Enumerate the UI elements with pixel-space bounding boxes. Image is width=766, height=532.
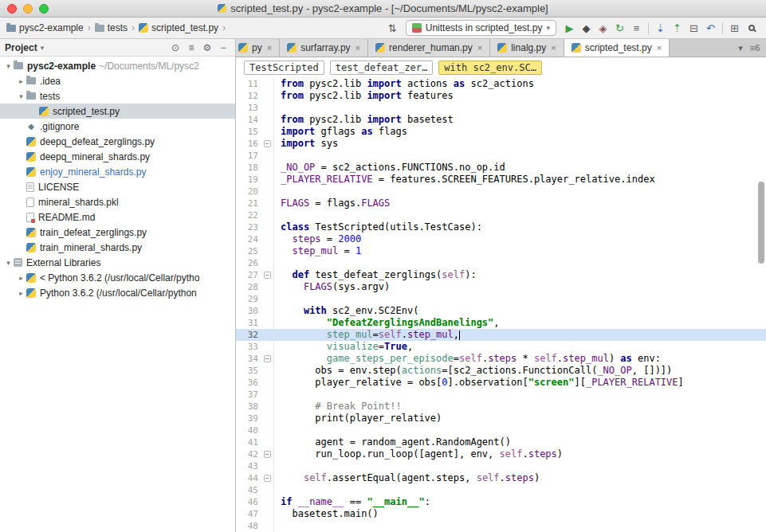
line-number[interactable]: 29: [236, 293, 261, 305]
run-button[interactable]: ▶: [561, 20, 578, 36]
context-chip[interactable]: with sc2_env.SC…: [438, 61, 542, 75]
editor-scrollbar[interactable]: [757, 78, 766, 532]
search-everywhere-button[interactable]: [743, 20, 760, 36]
line-number[interactable]: 14: [236, 114, 261, 126]
debug-button[interactable]: ◆: [578, 20, 595, 36]
close-icon[interactable]: ×: [356, 43, 360, 53]
tree-item[interactable]: train_mineral_shards.py: [0, 240, 235, 255]
tree-item[interactable]: LICENSE: [0, 179, 235, 194]
fold-icon[interactable]: −: [264, 475, 271, 482]
line-number[interactable]: 45: [236, 484, 261, 496]
run-coverage-button[interactable]: ◈: [595, 20, 611, 36]
expand-arrow[interactable]: ▾: [16, 92, 26, 100]
hidden-tabs-button[interactable]: ▾: [734, 40, 747, 56]
breadcrumb-item[interactable]: scripted_test.py: [139, 22, 218, 33]
line-number[interactable]: 39: [236, 413, 261, 424]
tree-item[interactable]: deepq_defeat_zerglings.py: [0, 134, 235, 149]
expand-arrow[interactable]: ▾: [3, 62, 14, 70]
line-number[interactable]: 22: [236, 209, 261, 221]
line-number[interactable]: 11: [236, 78, 261, 90]
line-number[interactable]: 40: [236, 424, 261, 436]
editor-tab[interactable]: scripted_test.py×: [564, 39, 670, 57]
line-number[interactable]: 13: [236, 102, 261, 114]
line-number[interactable]: 38: [236, 401, 261, 413]
breadcrumb-item[interactable]: pysc2-example: [6, 22, 84, 33]
close-icon[interactable]: ×: [551, 43, 556, 53]
line-number[interactable]: 19: [236, 174, 261, 186]
tree-item[interactable]: ▸.idea: [0, 73, 235, 88]
close-window-button[interactable]: [7, 4, 17, 14]
line-number[interactable]: 27: [236, 269, 261, 281]
context-chip[interactable]: TestScripted: [244, 61, 324, 75]
tool-windows-button[interactable]: ⊞: [726, 20, 743, 36]
line-number[interactable]: 21: [236, 198, 261, 209]
fold-icon[interactable]: −: [264, 140, 271, 147]
settings-button[interactable]: ⚙: [200, 41, 214, 55]
line-number[interactable]: 48: [236, 520, 261, 532]
editor-tab[interactable]: py×: [236, 39, 280, 57]
tree-item[interactable]: README.md: [0, 209, 235, 225]
code-editor[interactable]: 11from pysc2.lib import actions as sc2_a…: [236, 78, 766, 532]
line-number[interactable]: 34: [236, 353, 261, 365]
tree-item[interactable]: mineral_shards.pkl: [0, 194, 235, 209]
line-number[interactable]: 42: [236, 448, 261, 460]
line-number[interactable]: 33: [236, 341, 261, 353]
scroll-from-source-button[interactable]: ⊙: [168, 41, 183, 55]
line-number[interactable]: 46: [236, 496, 261, 508]
collapse-all-button[interactable]: ≡: [184, 41, 198, 55]
vcs-push-button[interactable]: ⇡: [669, 20, 685, 36]
tree-item[interactable]: ▸Python 3.6.2 (/usr/local/Cellar/python: [0, 285, 235, 300]
expand-arrow[interactable]: ▸: [16, 274, 26, 282]
run-config-selector[interactable]: Unittests in scripted_test.py ▾: [406, 20, 556, 36]
navigate-icon[interactable]: ⇅: [384, 20, 401, 36]
tabs-list-button[interactable]: ≡6: [748, 40, 761, 56]
line-number[interactable]: 31: [236, 317, 261, 329]
editor-tab[interactable]: renderer_human.py×: [368, 39, 490, 57]
close-icon[interactable]: ×: [267, 43, 272, 53]
revert-button[interactable]: ↶: [702, 20, 719, 36]
line-number[interactable]: 41: [236, 436, 261, 448]
line-number[interactable]: 17: [236, 150, 261, 162]
tree-item[interactable]: enjoy_mineral_shards.py: [0, 164, 235, 179]
line-number[interactable]: 26: [236, 257, 261, 269]
zoom-window-button[interactable]: [39, 4, 49, 14]
line-number[interactable]: 37: [236, 389, 261, 401]
filter-button[interactable]: ≡: [628, 20, 645, 36]
breadcrumb-item[interactable]: tests: [95, 22, 128, 33]
close-icon[interactable]: ×: [477, 43, 482, 53]
tree-item[interactable]: ▸< Python 3.6.2 (/usr/local/Cellar/pytho: [0, 270, 235, 285]
line-number[interactable]: 28: [236, 281, 261, 293]
editor-tab[interactable]: linalg.py×: [490, 39, 564, 57]
project-panel-title[interactable]: Project: [5, 42, 37, 53]
context-chip[interactable]: test_defeat_zer…: [330, 61, 434, 75]
line-number[interactable]: 44: [236, 472, 261, 484]
line-number[interactable]: 36: [236, 377, 261, 389]
line-number[interactable]: 15: [236, 126, 261, 138]
line-number[interactable]: 23: [236, 221, 261, 233]
line-number[interactable]: 35: [236, 365, 261, 377]
expand-arrow[interactable]: ▸: [16, 77, 26, 85]
fold-icon[interactable]: −: [264, 272, 271, 279]
tree-item[interactable]: ▾External Libraries: [0, 255, 235, 270]
line-number[interactable]: 25: [236, 245, 261, 257]
line-number[interactable]: 24: [236, 233, 261, 245]
line-number[interactable]: 18: [236, 162, 261, 174]
line-number[interactable]: 16: [236, 138, 261, 150]
minimize-window-button[interactable]: [23, 4, 33, 14]
close-icon[interactable]: ×: [657, 43, 662, 53]
tree-item[interactable]: ▾tests: [0, 88, 235, 104]
expand-arrow[interactable]: ▾: [3, 259, 14, 267]
chevron-down-icon[interactable]: ▾: [41, 44, 45, 52]
line-number[interactable]: 47: [236, 508, 261, 520]
line-number[interactable]: 32: [236, 329, 261, 341]
tree-item[interactable]: scripted_test.py: [0, 104, 235, 119]
fold-icon[interactable]: −: [264, 451, 271, 458]
vcs-update-button[interactable]: ⇣: [652, 20, 669, 36]
tree-item[interactable]: .gitignore: [0, 119, 235, 134]
diff-button[interactable]: ⊟: [685, 20, 702, 36]
scrollbar-thumb[interactable]: [758, 182, 764, 264]
fold-icon[interactable]: −: [264, 355, 271, 362]
expand-arrow[interactable]: ▸: [16, 289, 26, 297]
tree-item[interactable]: train_defeat_zerglings.py: [0, 225, 235, 240]
hide-panel-button[interactable]: −: [216, 41, 230, 55]
